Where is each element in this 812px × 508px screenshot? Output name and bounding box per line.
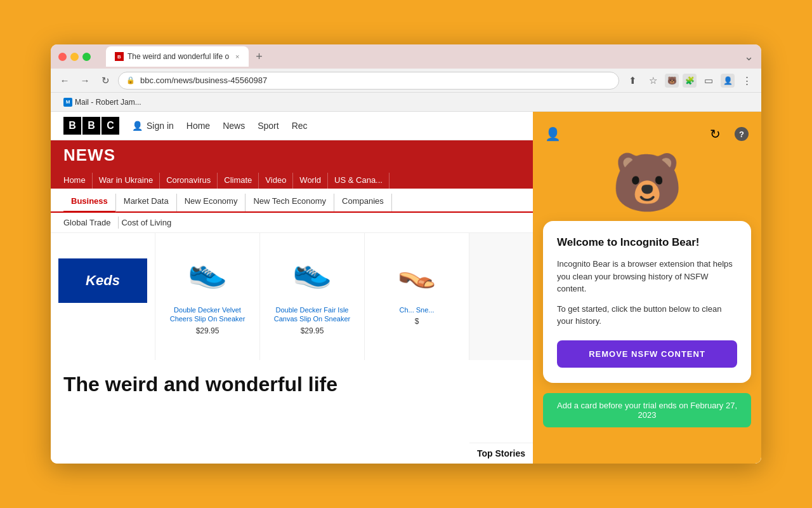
- tab-favicon: B: [115, 52, 124, 61]
- headline-text: The weird and wonderful life: [63, 373, 337, 396]
- bbc-top-nav: Home News Sport Rec: [187, 121, 308, 131]
- nav-news[interactable]: News: [223, 121, 245, 131]
- bookmark-label: Mail - Robert Jam...: [75, 98, 141, 107]
- bear-icon: 🐻: [612, 154, 683, 211]
- subnav-corona[interactable]: Coronavirus: [160, 173, 218, 189]
- nav-bar: ← → ↻ 🔒 bbc.com/news/business-45560987 ⬆…: [51, 69, 761, 93]
- bbc-logo-b1: B: [63, 117, 81, 135]
- refresh-button[interactable]: ↻: [98, 73, 113, 88]
- nav-rec[interactable]: Rec: [292, 121, 308, 131]
- extension-card-title: Welcome to Incognito Bear!: [557, 236, 737, 249]
- bookmark-mail[interactable]: M Mail - Robert Jam...: [58, 96, 147, 109]
- ext-user-icon[interactable]: 👤: [543, 124, 562, 144]
- news-title: NEWS: [63, 145, 115, 164]
- product-name-2: Double Decker Fair Isle Canvas Slip On S…: [266, 305, 358, 324]
- subnav-climate[interactable]: Climate: [218, 173, 259, 189]
- tab-close-icon[interactable]: ×: [235, 53, 239, 60]
- extension-icon-puzzle[interactable]: 🧩: [683, 74, 697, 88]
- product-price-2: $29.95: [301, 326, 324, 335]
- bbc-logo-b2: B: [82, 117, 100, 135]
- extension-icon-bear[interactable]: 🐻: [665, 74, 679, 88]
- nav-sport[interactable]: Sport: [258, 121, 278, 131]
- biz-nav-new-economy[interactable]: New Economy: [177, 194, 246, 211]
- traffic-lights: [58, 53, 91, 61]
- keds-card: Keds: [51, 233, 155, 360]
- sidebar-icon[interactable]: ▭: [700, 72, 717, 89]
- page-content: B B C 👤 Sign in Home News Sport Rec NEWS: [51, 112, 761, 464]
- active-tab[interactable]: B The weird and wonderful life o ×: [106, 46, 249, 67]
- subnav-video[interactable]: Video: [259, 173, 293, 189]
- title-bar: B The weird and wonderful life o × + ⌄: [51, 44, 761, 69]
- extension-header-bar: 👤 ↻ ?: [543, 124, 751, 144]
- subnav-ukraine[interactable]: War in Ukraine: [93, 173, 160, 189]
- more-options-icon[interactable]: ⋮: [738, 72, 755, 89]
- biz-nav-companies[interactable]: Companies: [334, 194, 392, 211]
- bbc-logo: B B C: [63, 117, 119, 135]
- address-bar[interactable]: 🔒 bbc.com/news/business-45560987: [118, 72, 619, 90]
- url-text: bbc.com/news/business-45560987: [140, 76, 267, 85]
- remove-nsfw-button[interactable]: REMOVE NSFW CONTENT: [557, 340, 737, 368]
- bbc-signin[interactable]: 👤 Sign in: [132, 121, 174, 131]
- minimize-button[interactable]: [70, 53, 79, 61]
- subnav-world[interactable]: World: [293, 173, 328, 189]
- extension-card-desc1: Incognito Bear is a browser extension th…: [557, 258, 737, 295]
- product-image-2: 👟: [266, 239, 358, 303]
- subnav-us-canada[interactable]: US & Cana...: [328, 173, 390, 189]
- bbc-logo-c: C: [102, 117, 119, 135]
- signin-label: Sign in: [147, 121, 174, 131]
- bookmarks-bar: M Mail - Robert Jam...: [51, 93, 761, 112]
- lock-icon: 🔒: [126, 76, 135, 84]
- extension-icon-person[interactable]: 👤: [721, 74, 735, 88]
- product-image-3: 👡: [371, 239, 462, 303]
- product-image-1: 👟: [162, 239, 253, 303]
- subnav-home[interactable]: Home: [63, 173, 93, 189]
- product-card-1[interactable]: 👟 Double Decker Velvet Cheers Slip On Sn…: [155, 233, 260, 360]
- biz-nav-new-tech[interactable]: New Tech Economy: [246, 194, 334, 211]
- browser-toolbar: ⬆ ☆ 🐻 🧩 ▭ 👤 ⋮: [624, 72, 755, 89]
- tab-bar: B The weird and wonderful life o × +: [106, 46, 739, 67]
- close-button[interactable]: [58, 53, 67, 61]
- product-price-3: $: [415, 317, 419, 326]
- maximize-button[interactable]: [82, 53, 91, 61]
- forward-button[interactable]: →: [77, 73, 93, 88]
- mail-favicon: M: [63, 98, 72, 107]
- biz-nav2-global-trade[interactable]: Global Trade: [63, 217, 119, 229]
- bookmark-icon[interactable]: ☆: [645, 72, 661, 89]
- keds-label: Keds: [86, 272, 120, 289]
- product-price-1: $29.95: [196, 326, 219, 335]
- bbc-page: B B C 👤 Sign in Home News Sport Rec NEWS: [51, 112, 761, 464]
- extension-card: Welcome to Incognito Bear! Incognito Bea…: [543, 221, 751, 383]
- ext-refresh-icon[interactable]: ↻: [705, 124, 724, 144]
- biz-nav-business[interactable]: Business: [63, 194, 116, 213]
- product-card-2[interactable]: 👟 Double Decker Fair Isle Canvas Slip On…: [260, 233, 365, 360]
- extension-card-desc2: To get started, click the button below t…: [557, 303, 737, 328]
- biz-nav2-cost-of-living[interactable]: Cost of Living: [121, 217, 179, 229]
- ext-help-icon[interactable]: ?: [732, 124, 751, 144]
- product-name-3: Ch... Sne...: [399, 305, 434, 314]
- browser-window: B The weird and wonderful life o × + ⌄ ←…: [51, 44, 761, 464]
- window-collapse-button[interactable]: ⌄: [744, 50, 754, 64]
- user-icon: 👤: [132, 121, 143, 131]
- back-button[interactable]: ←: [57, 73, 72, 88]
- extension-overlay: 👤 ↻ ? 🐻 Welcome to Incognito Bear! Incog…: [533, 112, 761, 464]
- share-icon[interactable]: ⬆: [624, 72, 641, 89]
- biz-nav-market-data[interactable]: Market Data: [116, 194, 177, 211]
- product-card-3[interactable]: 👡 Ch... Sne... $: [365, 233, 469, 360]
- top-stories-title: Top Stories: [477, 448, 525, 458]
- top-stories-section: Top Stories: [469, 443, 533, 464]
- keds-logo: Keds: [58, 258, 147, 303]
- tab-label: The weird and wonderful life o: [128, 52, 229, 61]
- new-tab-button[interactable]: +: [251, 48, 268, 65]
- trial-banner[interactable]: Add a card before your trial ends on Feb…: [543, 393, 751, 427]
- product-name-1: Double Decker Velvet Cheers Slip On Snea…: [162, 305, 253, 324]
- ext-header-right: ↻ ?: [705, 124, 751, 144]
- nav-home[interactable]: Home: [187, 121, 210, 131]
